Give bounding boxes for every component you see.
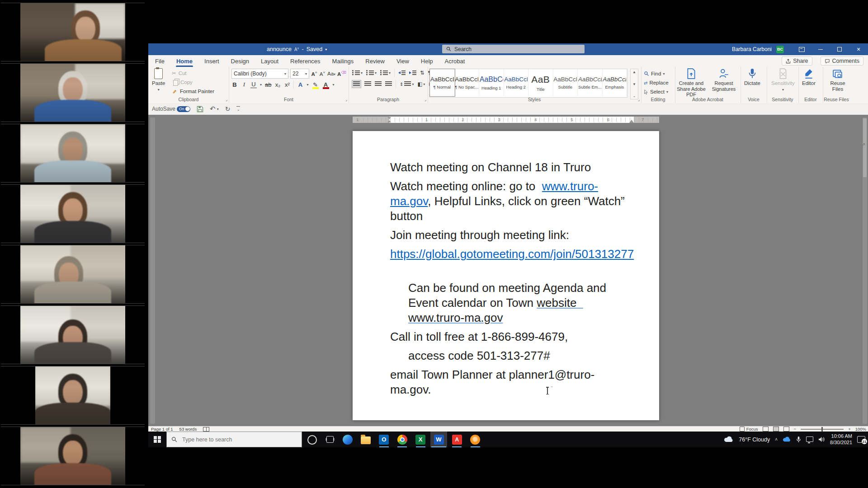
editor-button[interactable]: Editor — [802, 68, 816, 86]
undo-button[interactable]: ↶▾ — [210, 105, 219, 113]
reuse-files-button[interactable]: Reuse Files — [826, 68, 850, 92]
line-spacing-button[interactable]: ⇕▾ — [400, 81, 414, 87]
collapse-ribbon-icon[interactable]: ˄ — [863, 142, 865, 147]
user-name[interactable]: Barbara Carboni — [732, 46, 772, 52]
task-view-button[interactable] — [326, 436, 334, 443]
decrease-indent-button[interactable] — [398, 70, 406, 75]
superscript-button[interactable]: x² — [284, 81, 290, 88]
redo-button[interactable]: ↻ — [225, 105, 231, 113]
highlight-button[interactable]: ✎ — [312, 81, 319, 88]
word-icon[interactable]: W — [430, 432, 447, 447]
video-tile-2[interactable] — [1, 63, 145, 122]
align-center-button[interactable] — [364, 81, 371, 87]
cut-button[interactable]: ✂Cut — [172, 69, 214, 77]
customize-qat-button[interactable]: ⌄ — [236, 106, 240, 112]
start-button[interactable] — [148, 432, 166, 447]
web-layout-button[interactable] — [783, 427, 789, 432]
font-dialog-launcher[interactable]: ⌟ — [345, 97, 347, 102]
styles-dialog-launcher[interactable]: ⌟ — [638, 97, 640, 102]
weather-text[interactable]: 76°F Cloudy — [739, 436, 770, 443]
style-item-5[interactable]: AaBTitle — [528, 69, 553, 96]
font-color-button[interactable]: A — [322, 81, 330, 88]
document-paragraph[interactable]: access code 501-313-277# — [390, 348, 633, 363]
autosave-toggle-switch[interactable]: On — [177, 106, 190, 112]
style-item-3[interactable]: AaBbCcHeading 1 — [479, 69, 504, 96]
tab-insert[interactable]: Insert — [198, 55, 225, 67]
outlook-icon[interactable]: O — [376, 432, 392, 447]
minimize-button[interactable] — [811, 43, 830, 55]
share-button[interactable]: Share — [782, 56, 812, 66]
action-center-icon[interactable]: 21 — [857, 436, 865, 443]
justify-button[interactable] — [385, 81, 392, 87]
find-button[interactable]: Find▾ — [644, 70, 669, 78]
video-tile-7[interactable] — [1, 366, 145, 425]
text-effects-button[interactable]: A — [297, 81, 303, 88]
tab-file[interactable]: File — [149, 55, 170, 67]
replace-button[interactable]: ⇄ Replace — [644, 79, 669, 87]
dictate-button[interactable]: Dictate — [744, 68, 760, 86]
taskbar-search-input[interactable] — [181, 436, 287, 443]
document-text[interactable]: Watch meeting on Channel 18 in TruroWatc… — [353, 131, 659, 401]
increase-indent-button[interactable] — [409, 70, 416, 75]
sort-button[interactable]: ⇅ — [420, 70, 425, 76]
saved-dropdown-icon[interactable]: ▾ — [325, 47, 327, 52]
document-paragraph[interactable]: Can be found on meeting Agenda and Event… — [390, 281, 633, 325]
style-item-8[interactable]: AaBbCcDcEmphasis — [603, 69, 627, 96]
document-paragraph[interactable]: email Town Planner at planner1@truro-ma.… — [390, 367, 633, 397]
change-case-button[interactable]: Aa▾ — [327, 71, 335, 76]
italic-button[interactable]: I — [241, 81, 247, 88]
font-family-combo[interactable]: Calibri (Body)▾ — [231, 69, 288, 79]
zoom-slider-thumb[interactable] — [821, 427, 823, 432]
zoom-level[interactable]: 100% — [855, 427, 866, 432]
document-paragraph[interactable]: Call in toll free at 1-866-899-4679, — [390, 329, 633, 344]
tab-layout[interactable]: Layout — [255, 55, 284, 67]
tab-view[interactable]: View — [391, 55, 415, 67]
file-explorer-icon[interactable] — [357, 432, 374, 447]
numbering-button[interactable]: ▾ — [366, 70, 377, 75]
zoom-slider[interactable] — [801, 429, 844, 430]
tab-help[interactable]: Help — [415, 55, 439, 67]
restore-button[interactable] — [830, 43, 849, 55]
video-tile-3[interactable] — [1, 124, 145, 183]
video-tile-6[interactable] — [1, 305, 145, 364]
indent-marker-right[interactable] — [629, 117, 634, 123]
create-share-pdf-button[interactable]: Create and Share Adobe PDF — [676, 68, 707, 98]
avatar[interactable]: BC — [776, 46, 784, 53]
styles-scroll-down-icon[interactable]: ▼ — [632, 82, 636, 86]
paragraph-dialog-launcher[interactable]: ⌟ — [425, 97, 426, 102]
indent-marker-left[interactable] — [387, 117, 392, 122]
align-right-button[interactable] — [375, 81, 382, 87]
select-button[interactable]: Select▾ — [644, 88, 669, 96]
chrome-icon[interactable] — [394, 432, 410, 447]
excel-icon[interactable]: X — [412, 432, 429, 447]
acrobat-icon[interactable]: A — [448, 432, 465, 447]
ribbon-display-options-button[interactable] — [792, 43, 811, 55]
style-item-6[interactable]: AaBbCcDSubtitle — [553, 69, 578, 96]
paste-button[interactable]: Paste ▾ — [152, 68, 165, 92]
multilevel-list-button[interactable]: ▾ — [380, 70, 391, 75]
document-paragraph[interactable]: Watch meeting online: go to www.truro-ma… — [390, 179, 633, 224]
copy-button[interactable]: Copy — [172, 78, 214, 86]
zoom-in-button[interactable]: + — [848, 427, 851, 432]
volume-icon[interactable] — [818, 436, 825, 442]
onedrive-icon[interactable] — [783, 436, 791, 442]
tab-references[interactable]: References — [284, 55, 326, 67]
shading-button[interactable]: ◧▾ — [417, 81, 425, 87]
styles-gallery-scroll[interactable]: ▲ ▼ ⌄ — [630, 69, 638, 99]
tab-review[interactable]: Review — [359, 55, 391, 67]
vertical-ruler[interactable] — [150, 117, 155, 424]
read-mode-button[interactable] — [763, 427, 769, 432]
weather-icon[interactable] — [724, 436, 734, 443]
format-painter-button[interactable]: Format Painter — [172, 87, 214, 95]
video-tile-8[interactable] — [1, 427, 145, 485]
document-page[interactable]: Watch meeting on Channel 18 in TruroWatc… — [353, 131, 659, 420]
save-button[interactable] — [197, 106, 203, 113]
microphone-icon[interactable] — [796, 436, 801, 443]
cortana-button[interactable] — [307, 435, 317, 445]
underline-button[interactable]: U — [250, 81, 257, 88]
style-item-2[interactable]: AaBbCcDc¶ No Spac... — [455, 69, 480, 96]
comments-button[interactable]: Comments — [821, 56, 863, 66]
proofing-errors-icon[interactable] — [203, 427, 209, 432]
document-paragraph[interactable]: Join meeting through meeting link: — [390, 228, 633, 243]
clock[interactable]: 10:06 AM 8/30/2021 — [830, 433, 852, 445]
